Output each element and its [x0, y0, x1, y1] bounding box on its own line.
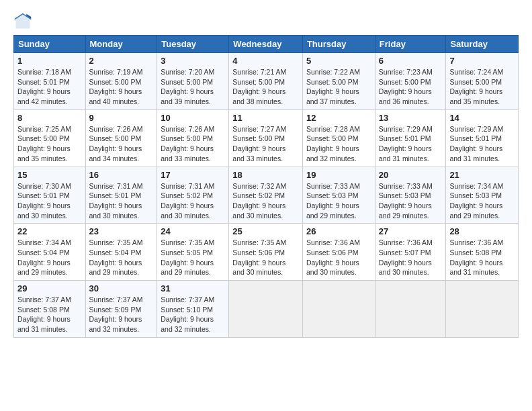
calendar-cell: 17Sunrise: 7:31 AM Sunset: 5:02 PM Dayli…: [157, 167, 229, 224]
calendar-week-5: 29Sunrise: 7:37 AM Sunset: 5:08 PM Dayli…: [14, 281, 519, 338]
day-info: Sunrise: 7:20 AM Sunset: 5:00 PM Dayligh…: [161, 67, 225, 107]
logo-icon: [13, 12, 32, 31]
calendar-cell: [302, 281, 375, 338]
calendar-cell: [229, 281, 303, 338]
calendar-cell: 6Sunrise: 7:23 AM Sunset: 5:00 PM Daylig…: [375, 53, 446, 110]
calendar-cell: 30Sunrise: 7:37 AM Sunset: 5:09 PM Dayli…: [85, 281, 157, 338]
calendar-cell: 9Sunrise: 7:26 AM Sunset: 5:00 PM Daylig…: [85, 109, 157, 167]
day-header-tuesday: Tuesday: [157, 36, 229, 53]
day-number: 29: [17, 283, 82, 293]
day-info: Sunrise: 7:34 AM Sunset: 5:04 PM Dayligh…: [17, 238, 82, 277]
calendar-cell: 2Sunrise: 7:19 AM Sunset: 5:00 PM Daylig…: [85, 53, 157, 110]
calendar-cell: 1Sunrise: 7:18 AM Sunset: 5:01 PM Daylig…: [14, 53, 86, 110]
calendar-cell: 15Sunrise: 7:30 AM Sunset: 5:01 PM Dayli…: [14, 167, 86, 224]
day-info: Sunrise: 7:34 AM Sunset: 5:03 PM Dayligh…: [449, 181, 515, 221]
calendar-cell: 14Sunrise: 7:29 AM Sunset: 5:01 PM Dayli…: [446, 109, 519, 167]
day-info: Sunrise: 7:21 AM Sunset: 5:00 PM Dayligh…: [232, 67, 299, 107]
day-number: 5: [306, 56, 371, 66]
day-header-monday: Monday: [85, 36, 157, 53]
day-number: 8: [17, 113, 82, 123]
day-info: Sunrise: 7:36 AM Sunset: 5:07 PM Dayligh…: [379, 238, 443, 277]
day-info: Sunrise: 7:29 AM Sunset: 5:01 PM Dayligh…: [449, 124, 515, 164]
day-info: Sunrise: 7:25 AM Sunset: 5:00 PM Dayligh…: [17, 124, 82, 164]
day-number: 16: [89, 170, 154, 180]
calendar-cell: [446, 281, 519, 338]
calendar-cell: 8Sunrise: 7:25 AM Sunset: 5:00 PM Daylig…: [14, 109, 86, 167]
day-info: Sunrise: 7:31 AM Sunset: 5:02 PM Dayligh…: [161, 181, 225, 221]
calendar-cell: 26Sunrise: 7:36 AM Sunset: 5:06 PM Dayli…: [302, 224, 375, 281]
calendar-cell: 21Sunrise: 7:34 AM Sunset: 5:03 PM Dayli…: [446, 167, 519, 224]
calendar: SundayMondayTuesdayWednesdayThursdayFrid…: [13, 35, 519, 338]
day-info: Sunrise: 7:33 AM Sunset: 5:03 PM Dayligh…: [306, 181, 371, 221]
day-info: Sunrise: 7:29 AM Sunset: 5:01 PM Dayligh…: [379, 124, 443, 164]
day-info: Sunrise: 7:37 AM Sunset: 5:09 PM Dayligh…: [89, 295, 154, 334]
calendar-week-2: 8Sunrise: 7:25 AM Sunset: 5:00 PM Daylig…: [14, 109, 519, 167]
day-number: 6: [379, 56, 443, 66]
calendar-cell: 7Sunrise: 7:24 AM Sunset: 5:00 PM Daylig…: [446, 53, 519, 110]
day-info: Sunrise: 7:31 AM Sunset: 5:01 PM Dayligh…: [89, 181, 154, 221]
header: [13, 12, 519, 31]
calendar-cell: 25Sunrise: 7:35 AM Sunset: 5:06 PM Dayli…: [229, 224, 303, 281]
calendar-cell: 12Sunrise: 7:28 AM Sunset: 5:00 PM Dayli…: [302, 109, 375, 167]
day-info: Sunrise: 7:32 AM Sunset: 5:02 PM Dayligh…: [232, 181, 299, 221]
calendar-cell: 23Sunrise: 7:35 AM Sunset: 5:04 PM Dayli…: [85, 224, 157, 281]
day-info: Sunrise: 7:26 AM Sunset: 5:00 PM Dayligh…: [89, 124, 154, 164]
day-number: 17: [161, 170, 225, 180]
calendar-cell: 29Sunrise: 7:37 AM Sunset: 5:08 PM Dayli…: [14, 281, 86, 338]
day-number: 4: [232, 56, 299, 66]
day-header-saturday: Saturday: [446, 36, 519, 53]
day-number: 21: [449, 170, 515, 180]
day-number: 2: [89, 56, 154, 66]
calendar-week-4: 22Sunrise: 7:34 AM Sunset: 5:04 PM Dayli…: [14, 224, 519, 281]
calendar-cell: 16Sunrise: 7:31 AM Sunset: 5:01 PM Dayli…: [85, 167, 157, 224]
calendar-week-3: 15Sunrise: 7:30 AM Sunset: 5:01 PM Dayli…: [14, 167, 519, 224]
day-number: 18: [232, 170, 299, 180]
day-number: 24: [161, 226, 225, 236]
day-info: Sunrise: 7:33 AM Sunset: 5:03 PM Dayligh…: [379, 181, 443, 221]
day-number: 23: [89, 226, 154, 236]
calendar-cell: 22Sunrise: 7:34 AM Sunset: 5:04 PM Dayli…: [14, 224, 86, 281]
day-number: 3: [161, 56, 225, 66]
calendar-cell: 28Sunrise: 7:36 AM Sunset: 5:08 PM Dayli…: [446, 224, 519, 281]
calendar-cell: 31Sunrise: 7:37 AM Sunset: 5:10 PM Dayli…: [157, 281, 229, 338]
day-info: Sunrise: 7:27 AM Sunset: 5:00 PM Dayligh…: [232, 124, 299, 164]
day-info: Sunrise: 7:18 AM Sunset: 5:01 PM Dayligh…: [17, 67, 82, 107]
day-info: Sunrise: 7:28 AM Sunset: 5:00 PM Dayligh…: [306, 124, 371, 164]
logo: [13, 12, 35, 31]
calendar-cell: 4Sunrise: 7:21 AM Sunset: 5:00 PM Daylig…: [229, 53, 303, 110]
day-number: 20: [379, 170, 443, 180]
day-info: Sunrise: 7:19 AM Sunset: 5:00 PM Dayligh…: [89, 67, 154, 107]
calendar-cell: 27Sunrise: 7:36 AM Sunset: 5:07 PM Dayli…: [375, 224, 446, 281]
day-number: 10: [161, 113, 225, 123]
day-number: 26: [306, 226, 371, 236]
calendar-cell: 19Sunrise: 7:33 AM Sunset: 5:03 PM Dayli…: [302, 167, 375, 224]
day-info: Sunrise: 7:26 AM Sunset: 5:00 PM Dayligh…: [161, 124, 225, 164]
day-info: Sunrise: 7:23 AM Sunset: 5:00 PM Dayligh…: [379, 67, 443, 107]
day-number: 30: [89, 283, 154, 293]
day-info: Sunrise: 7:35 AM Sunset: 5:06 PM Dayligh…: [232, 238, 299, 277]
day-info: Sunrise: 7:36 AM Sunset: 5:06 PM Dayligh…: [306, 238, 371, 277]
day-number: 27: [379, 226, 443, 236]
calendar-cell: 13Sunrise: 7:29 AM Sunset: 5:01 PM Dayli…: [375, 109, 446, 167]
calendar-cell: 24Sunrise: 7:35 AM Sunset: 5:05 PM Dayli…: [157, 224, 229, 281]
day-number: 15: [17, 170, 82, 180]
calendar-header-row: SundayMondayTuesdayWednesdayThursdayFrid…: [14, 36, 519, 53]
day-number: 13: [379, 113, 443, 123]
calendar-cell: 11Sunrise: 7:27 AM Sunset: 5:00 PM Dayli…: [229, 109, 303, 167]
day-number: 22: [17, 226, 82, 236]
day-number: 1: [17, 56, 82, 66]
day-number: 7: [449, 56, 515, 66]
day-number: 12: [306, 113, 371, 123]
day-header-friday: Friday: [375, 36, 446, 53]
day-header-sunday: Sunday: [14, 36, 86, 53]
day-header-wednesday: Wednesday: [229, 36, 303, 53]
day-number: 19: [306, 170, 371, 180]
calendar-cell: 20Sunrise: 7:33 AM Sunset: 5:03 PM Dayli…: [375, 167, 446, 224]
calendar-cell: 3Sunrise: 7:20 AM Sunset: 5:00 PM Daylig…: [157, 53, 229, 110]
day-number: 14: [449, 113, 515, 123]
day-number: 9: [89, 113, 154, 123]
day-info: Sunrise: 7:30 AM Sunset: 5:01 PM Dayligh…: [17, 181, 82, 221]
day-info: Sunrise: 7:35 AM Sunset: 5:05 PM Dayligh…: [161, 238, 225, 277]
day-info: Sunrise: 7:24 AM Sunset: 5:00 PM Dayligh…: [449, 67, 515, 107]
day-info: Sunrise: 7:36 AM Sunset: 5:08 PM Dayligh…: [449, 238, 515, 277]
